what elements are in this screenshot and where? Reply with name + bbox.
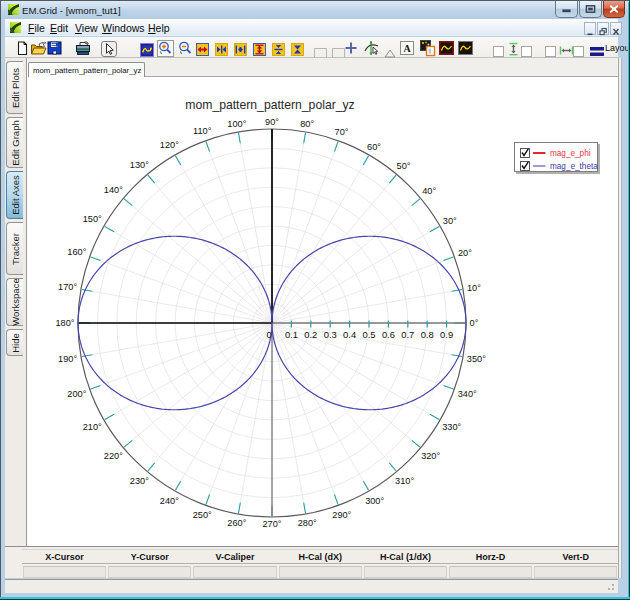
svg-text:90°: 90°: [265, 117, 279, 127]
svg-text:250°: 250°: [193, 510, 212, 520]
svg-text:260°: 260°: [227, 518, 246, 528]
svg-text:150°: 150°: [83, 214, 102, 224]
svg-text:0.4: 0.4: [343, 329, 356, 340]
svg-text:350°: 350°: [467, 354, 486, 364]
svg-text:180°: 180°: [55, 318, 74, 328]
svg-text:70°: 70°: [335, 127, 349, 137]
svg-text:20°: 20°: [458, 248, 472, 258]
svg-text:0.3: 0.3: [324, 329, 337, 340]
svg-text:220°: 220°: [104, 451, 123, 461]
svg-text:340°: 340°: [458, 389, 477, 399]
svg-text:10°: 10°: [467, 283, 481, 293]
svg-text:230°: 230°: [130, 476, 149, 486]
svg-text:40°: 40°: [422, 186, 436, 196]
svg-text:80°: 80°: [300, 119, 314, 129]
svg-text:240°: 240°: [160, 496, 179, 506]
svg-text:200°: 200°: [67, 389, 86, 399]
svg-text:0: 0: [266, 329, 271, 340]
svg-text:50°: 50°: [397, 161, 411, 171]
svg-text:mag_e_theta: mag_e_theta: [550, 162, 598, 171]
svg-text:290°: 290°: [332, 510, 351, 520]
svg-text:280°: 280°: [298, 518, 317, 528]
svg-text:210°: 210°: [83, 422, 102, 432]
svg-text:270°: 270°: [262, 519, 281, 529]
svg-text:0.7: 0.7: [401, 329, 414, 340]
svg-text:mom_pattern_pattern_polar_yz: mom_pattern_pattern_polar_yz: [185, 98, 354, 112]
svg-text:160°: 160°: [67, 247, 86, 257]
svg-text:140°: 140°: [104, 185, 123, 195]
svg-text:190°: 190°: [58, 354, 77, 364]
svg-text:310°: 310°: [395, 476, 414, 486]
svg-text:mag_e_phi: mag_e_phi: [550, 149, 591, 158]
svg-text:30°: 30°: [443, 216, 457, 226]
svg-text:120°: 120°: [160, 140, 179, 150]
svg-text:100°: 100°: [227, 119, 246, 129]
svg-text:330°: 330°: [442, 422, 461, 432]
svg-text:0.5: 0.5: [362, 329, 375, 340]
svg-text:60°: 60°: [367, 142, 381, 152]
svg-text:320°: 320°: [421, 451, 440, 461]
svg-text:0.9: 0.9: [440, 329, 453, 340]
svg-text:A: A: [403, 43, 411, 54]
svg-text:170°: 170°: [58, 282, 77, 292]
svg-text:0.2: 0.2: [304, 329, 317, 340]
svg-text:0°: 0°: [470, 318, 479, 328]
svg-text:300°: 300°: [365, 496, 384, 506]
svg-text:0.6: 0.6: [382, 329, 395, 340]
svg-text:130°: 130°: [130, 160, 149, 170]
svg-text:0.8: 0.8: [421, 329, 434, 340]
svg-text:110°: 110°: [193, 126, 212, 136]
svg-text:0.1: 0.1: [285, 329, 298, 340]
